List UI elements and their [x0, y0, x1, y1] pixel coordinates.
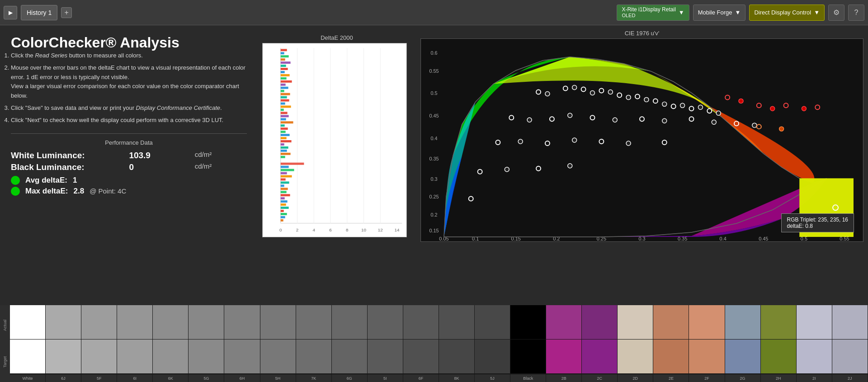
swatch-label-6K: 6K [153, 374, 189, 382]
actual-swatch-7K [296, 305, 332, 340]
target-swatch-2J [832, 340, 868, 374]
svg-point-101 [608, 90, 613, 94]
info-section: ColorChecker® Analysis Click the Read Se… [0, 25, 258, 260]
help-icon: ? [854, 9, 859, 17]
swatch-label-7K: 7K [296, 374, 332, 382]
chevron-down-icon: ▼ [735, 9, 741, 16]
instruction-2: Mouse over the error bars on the deltaE … [11, 63, 247, 101]
chevron-down-icon: ▼ [814, 9, 820, 16]
swatch-label-5J: 5J [475, 374, 510, 382]
avg-delta-indicator [11, 176, 20, 185]
play-button[interactable]: ▶ [4, 6, 17, 19]
actual-swatch-2G [725, 305, 761, 340]
svg-rect-69 [281, 216, 285, 218]
actual-swatch-Black [510, 305, 546, 340]
actual-swatch-2D [618, 305, 653, 340]
target-swatch-6I [117, 340, 153, 374]
svg-text:0.45: 0.45 [759, 236, 768, 241]
svg-point-121 [613, 118, 617, 122]
target-swatch-6J [46, 340, 81, 374]
svg-point-129 [518, 139, 523, 144]
svg-text:0.5: 0.5 [430, 90, 437, 96]
svg-point-142 [739, 99, 743, 103]
add-tab-button[interactable]: + [61, 7, 72, 18]
svg-point-127 [752, 123, 757, 127]
settings-button[interactable]: ⚙ [828, 5, 844, 21]
black-lum-label: Black Luminance: [11, 162, 120, 172]
actual-swatch-6H [224, 305, 260, 340]
actual-swatch-8K [439, 305, 475, 340]
svg-rect-44 [281, 134, 290, 136]
actual-swatch-2B [546, 305, 582, 340]
svg-rect-26 [281, 77, 287, 80]
svg-rect-43 [281, 131, 286, 133]
svg-rect-64 [281, 200, 288, 203]
svg-point-146 [802, 106, 806, 111]
svg-point-117 [527, 118, 532, 122]
actual-swatch-6K [153, 305, 189, 340]
instructions-list: Click the Read Series button to measure … [11, 51, 247, 125]
device1-dropdown[interactable]: X-Rite i1Display Retail OLED ▼ [617, 5, 689, 21]
ddc-dropdown[interactable]: Direct Display Control ▼ [749, 5, 825, 21]
svg-rect-67 [281, 210, 284, 212]
target-swatch-6F [403, 340, 439, 374]
svg-point-107 [662, 102, 667, 106]
device2-dropdown[interactable]: Mobile Forge ▼ [693, 5, 746, 21]
target-swatch-2F [689, 340, 725, 374]
target-swatch-White [10, 340, 46, 374]
svg-point-123 [662, 118, 667, 123]
svg-rect-52 [281, 163, 304, 165]
svg-point-103 [626, 95, 631, 99]
svg-rect-22 [281, 65, 286, 67]
instruction-3: Click "Save" to save data and view or pr… [11, 104, 247, 113]
swatch-label-2C: 2C [582, 374, 618, 382]
svg-rect-17 [281, 49, 287, 51]
svg-rect-50 [281, 153, 291, 155]
svg-point-133 [626, 141, 631, 146]
svg-rect-55 [281, 172, 287, 174]
svg-rect-41 [281, 124, 285, 127]
actual-swatch-2J [832, 305, 868, 340]
actual-label: Actual [3, 320, 7, 331]
svg-rect-66 [281, 207, 289, 209]
svg-rect-20 [281, 58, 285, 61]
target-row [10, 340, 868, 374]
swatch-label-5I: 5I [368, 374, 403, 382]
actual-swatch-2C [582, 305, 618, 340]
swatch-label-Black: Black [510, 374, 546, 382]
actual-swatch-5H [260, 305, 296, 340]
svg-rect-48 [281, 146, 288, 149]
svg-text:0.2: 0.2 [430, 212, 437, 217]
swatch-label-2G: 2G [725, 374, 761, 382]
svg-rect-54 [281, 169, 294, 171]
svg-text:0.35: 0.35 [429, 156, 439, 161]
svg-point-105 [644, 97, 649, 102]
actual-swatch-2I [797, 305, 832, 340]
target-swatch-2C [582, 340, 618, 374]
swatches-container: White6J5F6I6K5G6H5H7K6G5I6F8K5JBlack2B2C… [10, 305, 868, 382]
svg-text:8: 8 [346, 227, 349, 232]
svg-text:0: 0 [279, 227, 282, 232]
svg-rect-37 [281, 112, 288, 114]
svg-rect-60 [281, 188, 288, 190]
chevron-down-icon: ▼ [679, 9, 684, 16]
history-tab[interactable]: History 1 [21, 5, 57, 20]
actual-swatch-6I [117, 305, 153, 340]
svg-rect-19 [281, 55, 289, 57]
target-swatch-5F [81, 340, 117, 374]
svg-rect-61 [281, 191, 287, 193]
cie-chart-title: CIE 1976 u'v' [420, 30, 863, 37]
svg-rect-23 [281, 68, 288, 70]
target-swatch-6G [332, 340, 368, 374]
svg-text:14: 14 [395, 227, 400, 232]
svg-rect-56 [281, 175, 292, 178]
max-delta-row: Max deltaE: 2.8 @ Point: 4C [11, 187, 247, 196]
deltae-chart-title: DeltaE 2000 [262, 34, 411, 41]
svg-rect-38 [281, 115, 289, 117]
instruction-4: Click "Next" to check how well the displ… [11, 116, 247, 125]
svg-rect-57 [281, 178, 286, 180]
help-button[interactable]: ? [848, 5, 864, 21]
max-delta-value: 2.8 [73, 187, 84, 196]
svg-point-144 [770, 106, 775, 111]
actual-row [10, 305, 868, 340]
